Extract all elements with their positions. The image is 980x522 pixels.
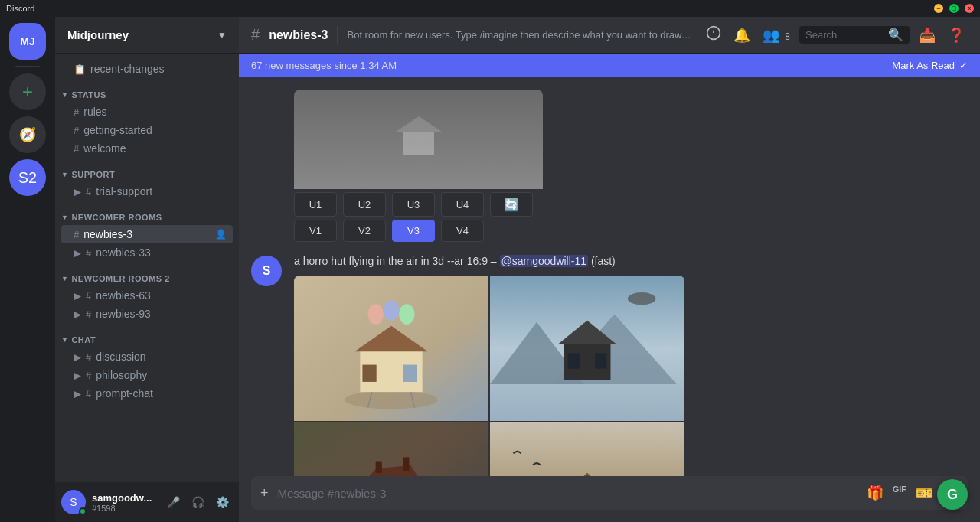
user-controls: 🎤 🎧 ⚙️	[162, 491, 233, 513]
section-header-chat[interactable]: ▼ CHAT	[55, 323, 239, 347]
mute-button[interactable]: 🎤	[162, 491, 184, 513]
minimize-button[interactable]: −	[934, 4, 943, 13]
channel-item-newbies-63[interactable]: ▶ # newbies-63	[61, 286, 233, 305]
chat-container: U1 U2 U3 U4 🔄 V1 V2 V3 V4	[239, 77, 980, 522]
channel-label-newbies-33: newbies-33	[96, 246, 151, 259]
gift-button[interactable]: 🎁	[864, 481, 887, 504]
scroll-to-bottom-avatar[interactable]: G	[937, 479, 968, 510]
v2-button-top[interactable]: V2	[343, 220, 386, 242]
channel-item-recent-changes[interactable]: 📋 recent-changes	[61, 60, 233, 78]
arrow-icon-philosophy: ▶	[74, 370, 81, 381]
server-header[interactable]: Midjourney ▼	[55, 17, 239, 54]
svg-rect-22	[595, 353, 606, 368]
section-header-newcomer2[interactable]: ▼ NEWCOMER ROOMS 2	[55, 262, 239, 286]
user-avatar-small: S	[18, 169, 28, 187]
server-user-icon[interactable]: S 2	[9, 159, 46, 196]
username: samgoodw...	[92, 492, 156, 504]
v3-button-top[interactable]: V3	[392, 220, 435, 242]
explore-servers-button[interactable]: 🧭	[9, 116, 46, 153]
avatar-initials: S	[70, 496, 77, 508]
hash-icon-newbies63: #	[86, 290, 91, 302]
inbox-button[interactable]: 📥	[916, 24, 939, 47]
search-bar[interactable]: 🔍	[799, 26, 910, 44]
image-tl-placeholder	[294, 276, 488, 422]
channel-item-rules[interactable]: # rules	[61, 103, 233, 121]
message-group-1: U1 U2 U3 U4 🔄 V1 V2 V3 V4	[251, 90, 968, 242]
section-header-support[interactable]: ▼ SUPPORT	[55, 158, 239, 182]
arrow-icon-63: ▶	[74, 290, 81, 302]
search-input[interactable]	[805, 29, 884, 41]
message-input[interactable]	[278, 479, 858, 507]
search-icon: 🔍	[888, 28, 903, 42]
add-attachment-button[interactable]: +	[257, 482, 272, 504]
top-image-cropped	[294, 90, 543, 189]
notification-bell-button[interactable]: 🔔	[730, 24, 753, 47]
user-avatar[interactable]: S	[61, 490, 86, 514]
server-icon-midjourney[interactable]: MJ	[9, 23, 46, 60]
section-header-status[interactable]: ▼ status	[55, 78, 239, 103]
image-top-right[interactable]	[490, 276, 684, 422]
deafen-button[interactable]: 🎧	[187, 491, 208, 513]
add-server-button[interactable]: +	[9, 73, 46, 110]
hash-icon-philosophy: #	[86, 370, 91, 381]
arrow-icon-33: ▶	[74, 247, 81, 259]
section-label-support: SUPPORT	[71, 170, 115, 179]
channel-header-name: newbies-3	[269, 28, 328, 42]
svg-rect-8	[362, 364, 376, 381]
message-avatar-2: S	[251, 256, 282, 286]
section-arrow-newcomer: ▼	[61, 214, 68, 221]
channel-item-trial-support[interactable]: ▶ # trial-support	[61, 182, 233, 201]
hash-icon-newbies33: #	[86, 247, 91, 259]
settings-button[interactable]: ⚙️	[211, 491, 233, 513]
hash-icon-welcome: #	[74, 143, 79, 155]
image-bottom-left[interactable]	[294, 422, 488, 476]
channel-item-getting-started[interactable]: # getting-started	[61, 121, 233, 139]
channel-item-newbies-3[interactable]: # newbies-3 👤	[61, 225, 233, 243]
mark-as-read-button[interactable]: Mark As Read ✓	[892, 60, 968, 71]
speed-tag: (fast)	[591, 255, 616, 267]
svg-point-13	[368, 304, 384, 324]
svg-rect-29	[376, 462, 382, 473]
section-header-newcomer[interactable]: ▼ NEWCOMER ROOMS	[55, 201, 239, 225]
member-count: 8	[785, 31, 790, 42]
members-button[interactable]: 👥 8	[760, 24, 793, 47]
hash-icon-newbies3: #	[74, 229, 79, 240]
channel-item-newbies-33[interactable]: ▶ # newbies-33	[61, 243, 233, 262]
server-name: Midjourney	[67, 28, 129, 41]
gif-button[interactable]: GIF	[890, 481, 910, 504]
svg-rect-9	[403, 364, 416, 381]
image-top-left[interactable]	[294, 276, 488, 422]
hash-icon-newbies93: #	[86, 308, 91, 320]
hash-icon-prompt: #	[86, 388, 91, 400]
u3-button-top[interactable]: U3	[392, 192, 435, 217]
threads-button[interactable]	[703, 22, 724, 47]
channel-item-discussion[interactable]: ▶ # discussion	[61, 347, 233, 366]
new-messages-banner[interactable]: 67 new messages since 1:34 AM Mark As Re…	[239, 54, 980, 77]
image-bottom-right[interactable]	[490, 422, 684, 476]
u1-button-top[interactable]: U1	[294, 192, 337, 217]
v1-button-top[interactable]: V1	[294, 220, 337, 242]
channel-item-philosophy[interactable]: ▶ # philosophy	[61, 366, 233, 384]
image-bl-placeholder	[294, 422, 488, 476]
close-button[interactable]: ×	[965, 4, 974, 13]
button-row-top-u: U1 U2 U3 U4 🔄	[294, 192, 968, 217]
channel-item-prompt-chat[interactable]: ▶ # prompt-chat	[61, 384, 233, 403]
section-arrow-support: ▼	[61, 171, 68, 178]
user-info: samgoodw... #1598	[92, 492, 156, 513]
channel-item-welcome[interactable]: # welcome	[61, 139, 233, 158]
svg-rect-21	[568, 353, 580, 368]
u2-button-top[interactable]: U2	[343, 192, 386, 217]
u4-button-top[interactable]: U4	[441, 192, 484, 217]
channel-list: 📋 recent-changes ▼ status # rules # gett…	[55, 54, 239, 482]
button-row-top-v: V1 V2 V3 V4	[294, 220, 968, 242]
sticker-button[interactable]: 🎫	[913, 481, 936, 504]
refresh-button-top[interactable]: 🔄	[490, 192, 533, 217]
server-chevron-icon: ▼	[217, 30, 227, 41]
section-label-newcomer2: NEWCOMER ROOMS 2	[71, 274, 169, 283]
help-button[interactable]: ❓	[945, 24, 968, 47]
v4-button-top[interactable]: V4	[441, 220, 484, 242]
checkmark-icon: ✓	[959, 60, 968, 71]
channel-item-newbies-93[interactable]: ▶ # newbies-93	[61, 305, 233, 323]
section-arrow-newcomer2: ▼	[61, 275, 68, 282]
maximize-button[interactable]: □	[949, 4, 959, 13]
